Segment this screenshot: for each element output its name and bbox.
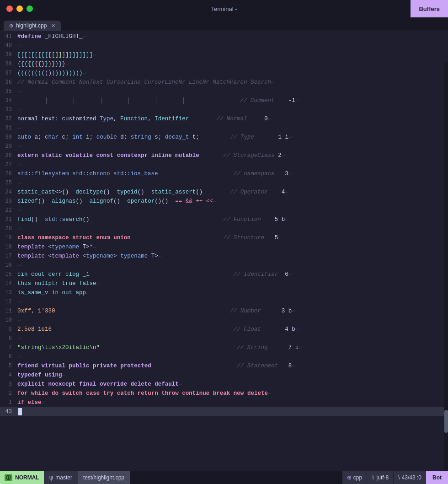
code-line: 33 ↵: [0, 105, 448, 114]
code-line: 34 │ │ │ │ │ │ │ │ // Comment -1↵: [0, 96, 448, 105]
code-line: 25 ↵: [0, 178, 448, 188]
code-line: 38 {{{{{{{}}}}}}}↵: [0, 59, 448, 69]
status-branch: ψ master: [44, 471, 78, 484]
scrollbar[interactable]: [444, 62, 448, 471]
code-line: 39 [[[[[[[[[[[]]]]]]]]]]]↵: [0, 50, 448, 59]
code-line: 40 ↵: [0, 41, 448, 50]
maximize-button[interactable]: [27, 5, 33, 12]
close-button[interactable]: [6, 5, 13, 12]
code-line: 4 typedef using↵: [0, 371, 448, 380]
code-line: 2 for while do switch case try catch ret…: [0, 389, 448, 398]
ft-icon: ⊕: [347, 474, 352, 481]
code-line: 7 "string\tis\x20italic\n" // String 7 i…: [0, 343, 448, 352]
lines-label: 43/43 :0: [402, 474, 421, 481]
statusbar: ⓘ NORMAL ψ master test/highlight.cpp ⊕ c…: [0, 471, 448, 484]
code-line: 5 friend virtual public private protecte…: [0, 361, 448, 371]
code-area: 41 #define _HIGHLIGHT_↵ 40 ↵ 39 [[[[[[[[…: [0, 31, 448, 471]
mode-icon: ⓘ: [5, 474, 12, 481]
window-title: Terminal -: [211, 5, 237, 12]
status-right: ⊕ cpp ⌇ |utf-8 \ 43/43 :0 Bot: [342, 471, 448, 484]
cursor-line: 43: [0, 407, 448, 416]
scrollbar-thumb[interactable]: [444, 410, 448, 433]
file-tab[interactable]: ⊕ highlight.cpp ✕: [4, 21, 61, 31]
code-line: 11 0xff, 1'330 // Number 3 b↵: [0, 307, 448, 316]
minimize-button[interactable]: [16, 5, 23, 12]
code-line: 36 // Normal Comment NonText CursorLine …: [0, 78, 448, 87]
code-line: 15 cin cout cerr clog _1 // Identifier 6…: [0, 270, 448, 279]
code-line: 23 sizeof() alignas() alignof() operator…: [0, 197, 448, 206]
code-line: 30 auto a; char c; int i; double d; stri…: [0, 133, 448, 142]
lines-icon: \: [398, 474, 400, 481]
encoding-label: |utf-8: [376, 474, 389, 481]
file-path: test/highlight.cpp: [83, 474, 124, 481]
code-line: 21 find() std::search() // Function 5 b↵: [0, 215, 448, 224]
code-line: 41 #define _HIGHLIGHT_↵: [0, 32, 448, 41]
buffers-button[interactable]: Buffers: [411, 0, 448, 17]
status-lines: \ 43/43 :0: [393, 471, 426, 484]
code-line: 28 extern static volatile const constexp…: [0, 151, 448, 160]
code-line: 6 ↵: [0, 352, 448, 361]
code-line: 26 std::filesystem std::chrono std::ios_…: [0, 169, 448, 178]
tab-close-icon[interactable]: ✕: [51, 23, 55, 29]
code-line: 32 normal text: customized Type, Functio…: [0, 114, 448, 124]
mode-label: NORMAL: [15, 474, 39, 481]
branch-icon: ψ: [49, 474, 53, 481]
status-mode: ⓘ NORMAL: [0, 471, 44, 484]
code-line: 16 ↵: [0, 261, 448, 270]
code-line: 1 if else↵: [0, 398, 448, 407]
status-bot: Bot: [426, 471, 448, 484]
code-line: 10 ↵: [0, 316, 448, 325]
branch-label: master: [55, 474, 72, 481]
code-line: 3 explicit noexcept final override delet…: [0, 380, 448, 389]
code-line: 13 is_same_v in out app↵: [0, 288, 448, 297]
tabbar: ⊕ highlight.cpp ✕: [0, 17, 448, 31]
window-controls: [6, 5, 33, 12]
cursor: [18, 408, 22, 415]
code-line: 12 ↵: [0, 297, 448, 307]
status-filetype: ⊕ cpp: [342, 471, 367, 484]
code-line: 31 ↵: [0, 124, 448, 133]
code-line: 14 this nullptr true false↵: [0, 279, 448, 288]
encoding-icon: ⌇: [372, 474, 374, 481]
code-line: 24 static_cast<>() decltype() typeid() s…: [0, 188, 448, 197]
code-line: 8 ↵: [0, 334, 448, 343]
code-line: 9 2.5e8 1e16 // Float 4 b↵: [0, 325, 448, 334]
tab-icon: ⊕: [9, 23, 13, 29]
code-line: 19 class namespace struct enum union // …: [0, 233, 448, 242]
code-line: 17 template <template <typename> typenam…: [0, 252, 448, 261]
code-line: 29 ↵: [0, 142, 448, 151]
status-encoding: ⌇ |utf-8: [367, 471, 393, 484]
editor: 41 #define _HIGHLIGHT_↵ 40 ↵ 39 [[[[[[[[…: [0, 31, 448, 471]
status-file: test/highlight.cpp: [78, 471, 130, 484]
code-line: 37 ((((((((())))))))))↵: [0, 69, 448, 78]
code-line: 20 ↵: [0, 224, 448, 233]
tab-label: highlight.cpp: [16, 22, 47, 29]
code-line: 22 ↵: [0, 206, 448, 215]
ft-label: cpp: [353, 474, 362, 481]
code-line: 35 ↵: [0, 87, 448, 96]
code-line: 18 template <typename T>*↵: [0, 242, 448, 252]
titlebar: Terminal - Buffers: [0, 0, 448, 17]
code-line: 27 ↵: [0, 160, 448, 169]
